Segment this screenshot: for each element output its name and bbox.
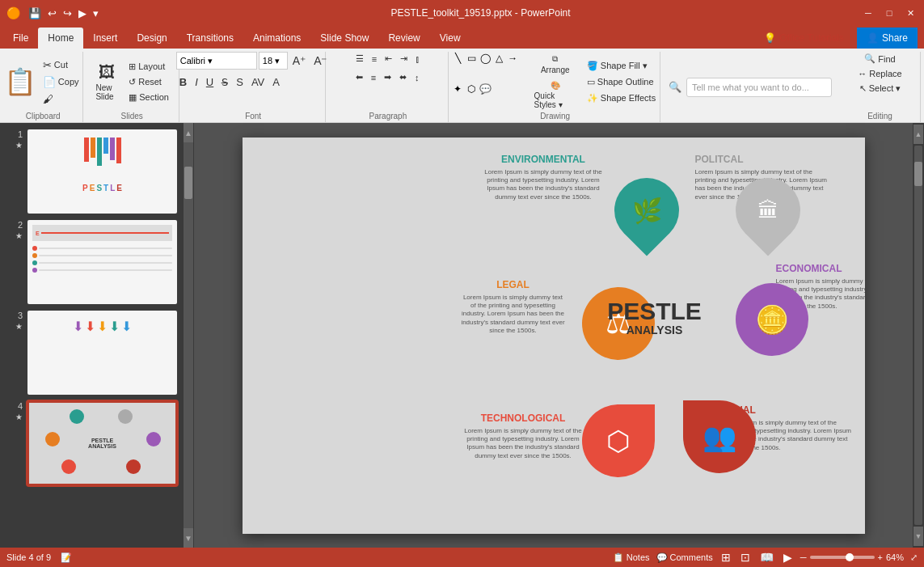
present-btn[interactable]: ▶ bbox=[77, 6, 88, 21]
indent-more-btn[interactable]: ⇥ bbox=[397, 52, 411, 66]
shadow-btn[interactable]: S bbox=[233, 74, 247, 90]
new-slide-button[interactable]: 🖼 New Slide bbox=[91, 61, 122, 104]
window-controls: ─ □ ✕ bbox=[861, 6, 918, 20]
select-button[interactable]: ↖ Select ▾ bbox=[856, 82, 905, 95]
shape-line[interactable]: ╲ bbox=[451, 52, 464, 65]
tab-design[interactable]: Design bbox=[127, 28, 176, 49]
arrange-icon: ⧉ bbox=[552, 54, 558, 64]
numbering-btn[interactable]: ≡ bbox=[369, 53, 380, 66]
underline-btn[interactable]: U bbox=[203, 74, 217, 90]
shape-arrow[interactable]: → bbox=[506, 52, 519, 65]
justify-btn[interactable]: ⬌ bbox=[396, 70, 410, 84]
align-center-btn[interactable]: ≡ bbox=[368, 71, 379, 84]
font-color-btn[interactable]: A bbox=[269, 74, 283, 90]
slide-number-2: 2 bbox=[18, 220, 23, 230]
slide-sorter-btn[interactable]: ⊡ bbox=[739, 549, 752, 565]
tab-insert[interactable]: Insert bbox=[83, 28, 127, 49]
bullets-btn[interactable]: ☰ bbox=[352, 52, 367, 66]
comments-icon: 💬 bbox=[656, 552, 668, 563]
tab-slideshow[interactable]: Slide Show bbox=[310, 28, 378, 49]
shape-rect[interactable]: ▭ bbox=[465, 52, 478, 65]
slide-thumb-2[interactable]: 2 ★ E bbox=[6, 220, 188, 304]
tab-review[interactable]: Review bbox=[378, 28, 429, 49]
increase-font-btn[interactable]: A⁺ bbox=[289, 53, 309, 69]
shape-star[interactable]: ✦ bbox=[451, 83, 464, 95]
slide-notes-icon[interactable]: 📝 bbox=[61, 552, 72, 563]
bold-btn[interactable]: B bbox=[176, 74, 190, 90]
shape-hex[interactable]: ⬡ bbox=[465, 83, 478, 95]
font-size-selector[interactable]: 18 ▾ bbox=[259, 52, 288, 70]
notes-btn[interactable]: 📋 Notes bbox=[613, 552, 650, 563]
people-icon: 👥 bbox=[702, 421, 736, 453]
shape-fill-btn[interactable]: 🪣 Shape Fill ▾ bbox=[584, 59, 659, 73]
reading-view-btn[interactable]: 📖 bbox=[758, 549, 775, 565]
zoom-out-btn[interactable]: ─ bbox=[800, 552, 807, 562]
slide-panel[interactable]: 1 ★ P E S bbox=[0, 123, 194, 548]
scroll-down-btn[interactable]: ▼ bbox=[184, 528, 193, 548]
indent-less-btn[interactable]: ⇤ bbox=[382, 52, 395, 66]
align-right-btn[interactable]: ➡ bbox=[381, 70, 394, 84]
normal-view-btn[interactable]: ⊞ bbox=[719, 549, 732, 565]
new-slide-icon: 🖼 bbox=[99, 63, 115, 82]
minimize-btn[interactable]: ─ bbox=[861, 6, 875, 20]
slide-thumb-1[interactable]: 1 ★ P E S bbox=[6, 129, 188, 214]
slide-image-3[interactable]: ⬇ ⬇ ⬇ ⬇ ⬇ bbox=[27, 311, 177, 395]
shape-circle[interactable]: ◯ bbox=[479, 52, 492, 65]
economical-bubble: 🪙 bbox=[736, 283, 808, 356]
coins-icon: 🪙 bbox=[755, 303, 789, 336]
slide-canvas[interactable]: ENVIRONMENTAL Lorem Ipsum is simply dumm… bbox=[243, 138, 865, 534]
scroll-up-btn[interactable]: ▲ bbox=[184, 123, 193, 142]
copy-button[interactable]: 📄Copy bbox=[40, 74, 82, 90]
slide-thumb-3[interactable]: 3 ★ ⬇ ⬇ ⬇ ⬇ ⬇ bbox=[6, 311, 188, 395]
italic-btn[interactable]: I bbox=[192, 74, 201, 90]
slideshow-view-btn[interactable]: ▶ bbox=[782, 549, 794, 565]
shape-callout[interactable]: 💬 bbox=[479, 83, 492, 95]
scroll-up-main-btn[interactable]: ▲ bbox=[913, 125, 923, 144]
undo-btn[interactable]: ↩ bbox=[46, 6, 58, 21]
slide-image-2[interactable]: E bbox=[27, 220, 177, 304]
slide-image-1[interactable]: P E S T L E bbox=[27, 129, 177, 214]
find-icon: 🔍 bbox=[864, 53, 875, 64]
zoom-level: 64% bbox=[886, 552, 904, 562]
zoom-in-btn[interactable]: + bbox=[878, 552, 883, 562]
quick-styles-button[interactable]: 🎨 Quick Styles ▾ bbox=[530, 78, 580, 112]
redo-btn[interactable]: ↪ bbox=[61, 6, 74, 21]
paste-button[interactable]: 📋 bbox=[4, 66, 36, 97]
align-left-btn[interactable]: ⬅ bbox=[352, 70, 366, 84]
share-button[interactable]: 👤 Share bbox=[857, 28, 918, 49]
format-painter-button[interactable]: 🖌 bbox=[40, 91, 82, 107]
arrange-button[interactable]: ⧉ Arrange bbox=[530, 52, 580, 77]
tab-transitions[interactable]: Transitions bbox=[177, 28, 243, 49]
main-area: 1 ★ P E S bbox=[0, 123, 924, 548]
shape-effects-btn[interactable]: ✨ Shape Effects bbox=[584, 91, 659, 105]
section-button[interactable]: ▦ Section bbox=[125, 91, 172, 104]
fit-slide-btn[interactable]: ⤢ bbox=[910, 552, 918, 563]
scroll-down-main-btn[interactable]: ▼ bbox=[913, 527, 923, 546]
tab-view[interactable]: View bbox=[430, 28, 470, 49]
tab-file[interactable]: File bbox=[3, 28, 38, 49]
slide-thumb-4[interactable]: 4 ★ PESTLEANALYSIS bbox=[6, 401, 188, 485]
shape-triangle[interactable]: △ bbox=[492, 52, 505, 65]
columns-btn[interactable]: ⫿ bbox=[412, 53, 424, 66]
char-spacing-btn[interactable]: AV bbox=[248, 74, 268, 90]
find-button[interactable]: 🔍 Find bbox=[861, 52, 898, 66]
close-btn[interactable]: ✕ bbox=[903, 6, 918, 20]
comments-btn[interactable]: 💬 Comments bbox=[656, 552, 713, 563]
reset-button[interactable]: ↺ Reset bbox=[125, 75, 172, 89]
customize-btn[interactable]: ▾ bbox=[91, 6, 100, 21]
save-quick-btn[interactable]: 💾 bbox=[27, 6, 43, 21]
help-input[interactable]: Tell me what you want to do... bbox=[686, 78, 832, 97]
shape-outline-btn[interactable]: ▭ Shape Outline bbox=[584, 75, 659, 89]
office-tutorials-link[interactable]: 💡 Office Tutorials bbox=[757, 29, 850, 47]
slide-image-4[interactable]: PESTLEANALYSIS bbox=[27, 401, 177, 485]
tab-home[interactable]: Home bbox=[38, 28, 83, 49]
replace-button[interactable]: ↔ Replace bbox=[854, 67, 905, 80]
cut-button[interactable]: ✂Cut bbox=[40, 57, 82, 73]
layout-button[interactable]: ⊞ Layout bbox=[125, 60, 172, 74]
line-spacing-btn[interactable]: ↕ bbox=[411, 71, 423, 84]
zoom-slider[interactable] bbox=[810, 556, 875, 559]
strikethrough-btn[interactable]: S̶ bbox=[218, 74, 231, 90]
font-name-selector[interactable]: Calibri ▾ bbox=[176, 52, 257, 70]
tab-animations[interactable]: Animations bbox=[243, 28, 310, 49]
maximize-btn[interactable]: □ bbox=[882, 6, 897, 20]
